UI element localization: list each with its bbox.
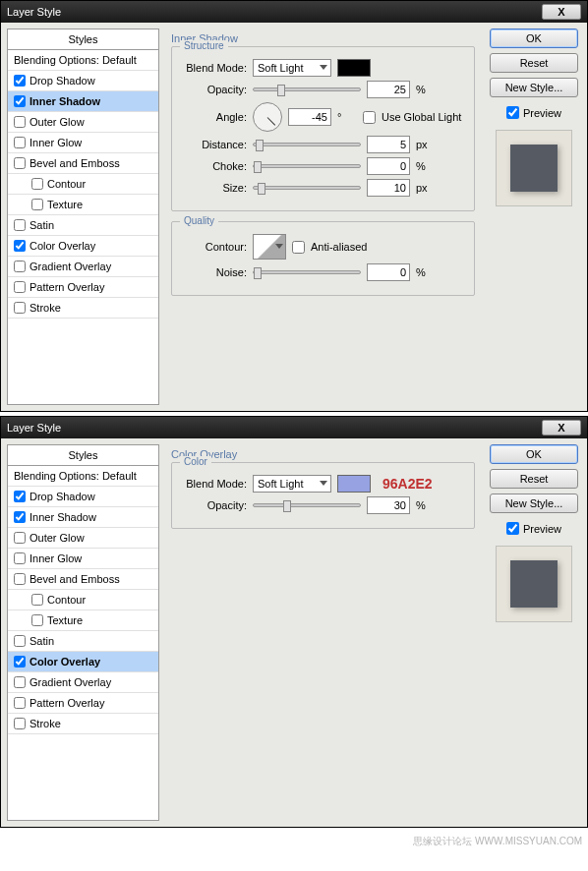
preview-label: Preview	[523, 107, 561, 119]
style-checkbox[interactable]	[14, 261, 26, 272]
style-label: Pattern Overlay	[29, 281, 104, 293]
style-bevel-emboss[interactable]: Bevel and Emboss	[8, 153, 158, 174]
dialog-title: Layer Style	[7, 6, 61, 18]
reset-button[interactable]: Reset	[490, 469, 578, 489]
global-light-checkbox[interactable]	[363, 111, 376, 124]
style-checkbox[interactable]	[14, 511, 26, 523]
noise-input[interactable]	[367, 263, 410, 281]
style-stroke[interactable]: Stroke	[8, 714, 158, 734]
style-color-overlay[interactable]: Color Overlay	[8, 652, 158, 672]
opacity-input[interactable]	[367, 81, 410, 98]
style-inner-glow[interactable]: Inner Glow	[8, 133, 158, 153]
style-checkbox[interactable]	[14, 573, 26, 585]
style-checkbox[interactable]	[31, 199, 43, 210]
style-inner-glow[interactable]: Inner Glow	[8, 549, 158, 569]
style-checkbox[interactable]	[14, 676, 26, 688]
style-checkbox[interactable]	[14, 240, 26, 252]
choke-input[interactable]	[367, 157, 410, 175]
blend-mode-label: Blend Mode:	[182, 62, 247, 74]
style-inner-shadow[interactable]: Inner Shadow	[8, 507, 158, 528]
style-color-overlay[interactable]: Color Overlay	[8, 236, 158, 257]
style-checkbox[interactable]	[14, 635, 26, 647]
style-checkbox[interactable]	[14, 137, 26, 148]
style-outer-glow[interactable]: Outer Glow	[8, 112, 158, 133]
antialias-label: Anti-aliased	[311, 241, 367, 253]
style-stroke[interactable]: Stroke	[8, 298, 158, 319]
overlay-color-swatch[interactable]	[337, 475, 371, 493]
style-contour[interactable]: Contour	[8, 174, 158, 195]
styles-header[interactable]: Styles	[8, 445, 158, 466]
style-checkbox[interactable]	[14, 75, 26, 87]
preview-checkbox[interactable]	[506, 106, 519, 119]
style-checkbox[interactable]	[31, 614, 43, 626]
angle-label: Angle:	[182, 111, 247, 123]
new-style-button[interactable]: New Style...	[490, 494, 578, 513]
hex-annotation: 96A2E2	[382, 476, 433, 492]
watermark-text: 思缘设计论坛 WWW.MISSYUAN.COM	[0, 832, 588, 851]
style-checkbox[interactable]	[14, 552, 26, 564]
blending-options-default[interactable]: Blending Options: Default	[8, 50, 158, 71]
style-pattern-overlay[interactable]: Pattern Overlay	[8, 693, 158, 714]
style-checkbox[interactable]	[14, 302, 26, 314]
style-checkbox[interactable]	[14, 718, 26, 729]
close-button[interactable]: X	[542, 420, 581, 436]
antialias-checkbox[interactable]	[292, 241, 305, 254]
style-label: Satin	[29, 635, 54, 647]
opacity-slider[interactable]	[253, 87, 361, 91]
quality-legend: Quality	[180, 215, 218, 226]
style-checkbox[interactable]	[14, 532, 26, 544]
size-slider[interactable]	[253, 186, 361, 190]
ok-button[interactable]: OK	[490, 444, 578, 464]
style-outer-glow[interactable]: Outer Glow	[8, 528, 158, 549]
distance-input[interactable]	[367, 136, 410, 153]
preview-checkbox[interactable]	[506, 522, 519, 535]
styles-header[interactable]: Styles	[8, 29, 158, 50]
style-checkbox[interactable]	[14, 157, 26, 169]
reset-button[interactable]: Reset	[490, 53, 578, 73]
style-gradient-overlay[interactable]: Gradient Overlay	[8, 257, 158, 277]
style-drop-shadow[interactable]: Drop Shadow	[8, 71, 158, 91]
style-checkbox[interactable]	[31, 178, 43, 190]
style-texture[interactable]: Texture	[8, 610, 158, 631]
noise-unit: %	[416, 266, 436, 278]
style-contour[interactable]: Contour	[8, 590, 158, 610]
noise-slider[interactable]	[253, 270, 361, 274]
style-checkbox[interactable]	[14, 697, 26, 709]
style-inner-shadow[interactable]: Inner Shadow	[8, 91, 158, 112]
style-satin[interactable]: Satin	[8, 215, 158, 236]
close-button[interactable]: X	[542, 4, 581, 20]
opacity-unit: %	[416, 499, 436, 511]
blend-mode-select[interactable]: Soft Light	[253, 59, 331, 77]
style-checkbox[interactable]	[31, 594, 43, 606]
title-bar: Layer Style X	[1, 417, 587, 438]
blending-options-default[interactable]: Blending Options: Default	[8, 466, 158, 487]
style-label: Bevel and Emboss	[29, 157, 120, 169]
ok-button[interactable]: OK	[490, 29, 578, 48]
style-drop-shadow[interactable]: Drop Shadow	[8, 487, 158, 507]
style-checkbox[interactable]	[14, 656, 26, 668]
choke-slider[interactable]	[253, 164, 361, 168]
style-checkbox[interactable]	[14, 95, 26, 107]
shadow-color-swatch[interactable]	[337, 59, 371, 77]
distance-slider[interactable]	[253, 143, 361, 146]
contour-picker[interactable]	[253, 234, 286, 260]
blend-mode-select[interactable]: Soft Light	[253, 475, 331, 493]
style-checkbox[interactable]	[14, 491, 26, 502]
style-satin[interactable]: Satin	[8, 631, 158, 652]
style-checkbox[interactable]	[14, 116, 26, 128]
angle-input[interactable]	[288, 108, 331, 126]
preview-label: Preview	[523, 523, 561, 535]
style-texture[interactable]: Texture	[8, 195, 158, 215]
style-checkbox[interactable]	[14, 281, 26, 293]
distance-unit: px	[416, 139, 436, 150]
opacity-slider[interactable]	[253, 503, 361, 507]
style-checkbox[interactable]	[14, 219, 26, 231]
styles-list: Styles Blending Options: Default Drop Sh…	[7, 444, 159, 821]
style-bevel-emboss[interactable]: Bevel and Emboss	[8, 569, 158, 590]
opacity-input[interactable]	[367, 496, 410, 514]
angle-dial[interactable]	[253, 102, 282, 132]
new-style-button[interactable]: New Style...	[490, 78, 578, 97]
style-gradient-overlay[interactable]: Gradient Overlay	[8, 672, 158, 693]
size-input[interactable]	[367, 179, 410, 197]
style-pattern-overlay[interactable]: Pattern Overlay	[8, 277, 158, 298]
